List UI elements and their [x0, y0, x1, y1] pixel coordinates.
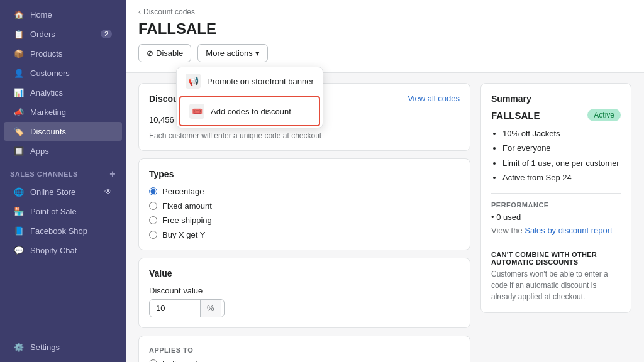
add-sales-channel-button[interactable]: + — [109, 168, 116, 180]
chevron-down-icon: ▾ — [255, 48, 260, 58]
sidebar-item-apps[interactable]: 🔲 Apps — [4, 141, 122, 160]
sales-channels-label: SALES CHANNELS — [10, 170, 78, 178]
types-radio-group: Percentage Fixed amount Free shipping Bu… — [149, 187, 460, 239]
eye-icon: 👁 — [104, 187, 112, 196]
settings-icon: ⚙️ — [14, 342, 24, 352]
used-count: • 0 used — [491, 212, 621, 222]
types-card: Types Percentage Fixed amount Free shipp… — [138, 158, 470, 250]
dropdown-item-add-codes[interactable]: 🎟️ Add codes to discount — [179, 96, 320, 126]
sidebar-item-online-store[interactable]: 🌐 Online Store 👁 — [4, 182, 122, 201]
type-radio-buy-x-get-y[interactable] — [149, 231, 157, 239]
breadcrumb-arrow: ‹ — [138, 8, 141, 16]
discount-value-input[interactable] — [150, 300, 200, 317]
type-option-free-shipping[interactable]: Free shipping — [149, 216, 460, 225]
sidebar-item-facebook-shop[interactable]: 📘 Facebook Shop — [4, 221, 122, 240]
types-title: Types — [149, 169, 460, 179]
sidebar-item-orders[interactable]: 📋 Orders 2 — [4, 25, 122, 43]
point-of-sale-icon: 🏪 — [14, 206, 24, 216]
badge-orders: 2 — [101, 30, 112, 38]
sidebar-item-marketing[interactable]: 📣 Marketing — [4, 102, 122, 121]
summary-name: FALLSALE Active — [491, 109, 621, 121]
add-codes-icon: 🎟️ — [189, 104, 204, 119]
discount-value-label: Discount value — [149, 286, 460, 295]
sales-report-link[interactable]: Sales by discount report — [525, 226, 612, 235]
warning-text: Customers won't be able to enter a code … — [491, 268, 621, 302]
promote-icon: 📢 — [186, 74, 201, 89]
sidebar-item-shopify-chat[interactable]: 💬 Shopify Chat — [4, 241, 122, 260]
type-label-free-shipping: Free shipping — [162, 216, 212, 225]
disable-button[interactable]: ⊘ Disable — [138, 44, 191, 62]
summary-bullet: For everyone — [502, 141, 621, 155]
more-actions-button[interactable]: More actions ▾ — [197, 44, 267, 62]
type-radio-fixed-amount[interactable] — [149, 202, 157, 210]
sidebar-item-label: Online Store — [30, 187, 75, 197]
summary-card: Summary FALLSALE Active 10% off JacketsF… — [480, 83, 631, 313]
type-option-fixed-amount[interactable]: Fixed amount — [149, 201, 460, 211]
sidebar-item-label: Home — [30, 10, 52, 19]
analytics-icon: 📊 — [14, 87, 24, 97]
warning-title: CAN'T COMBINE WITH OTHER AUTOMATIC DISCO… — [491, 251, 621, 266]
sidebar-item-label: Facebook Shop — [30, 226, 87, 236]
sidebar-item-label: Analytics — [30, 88, 63, 97]
page-title: FALLSALE — [138, 20, 631, 38]
more-actions-dropdown: 📢 Promote on storefront banner 🎟️ Add co… — [176, 67, 323, 128]
breadcrumb-label: Discount codes — [143, 8, 195, 16]
sidebar: 🏠 Home 📋 Orders 2 📦 Products 👤 Customers… — [0, 0, 126, 362]
sidebar-item-settings[interactable]: ⚙️ Settings — [4, 337, 122, 356]
summary-bullet: Active from Sep 24 — [502, 170, 621, 185]
type-label-fixed-amount: Fixed amount — [162, 201, 212, 211]
applies-to-card: APPLIES TO Entire order Specific collect… — [138, 336, 470, 362]
main-content: ‹ Discount codes FALLSALE ⊘ Disable More… — [126, 0, 644, 362]
online-store-icon: 🌐 — [14, 187, 24, 197]
home-icon: 🏠 — [14, 9, 24, 19]
type-option-percentage[interactable]: Percentage — [149, 187, 460, 196]
summary-bullet: Limit of 1 use, one per customer — [502, 156, 621, 170]
view-all-codes-link[interactable]: View all codes — [408, 94, 460, 103]
sidebar-bottom: ⚙️ Settings — [0, 332, 126, 362]
dropdown-item-label: Add codes to discount — [211, 107, 291, 116]
sidebar-item-home[interactable]: 🏠 Home — [4, 5, 122, 24]
applies-to-radio-group: Entire order Specific collections Specif… — [149, 359, 460, 362]
page-actions: ⊘ Disable More actions ▾ 📢 Promote on st… — [138, 44, 631, 62]
sidebar-item-customers[interactable]: 👤 Customers — [4, 63, 122, 82]
sidebar-item-products[interactable]: 📦 Products — [4, 44, 122, 63]
sidebar-item-label: Apps — [30, 146, 49, 156]
breadcrumb[interactable]: ‹ Discount codes — [138, 8, 631, 16]
apps-icon: 🔲 — [14, 146, 24, 156]
summary-bullet: 10% off Jackets — [502, 126, 621, 141]
status-badge: Active — [587, 109, 621, 121]
dropdown-item-label: Promote on storefront banner — [207, 77, 314, 86]
facebook-shop-icon: 📘 — [14, 226, 24, 236]
shopify-chat-icon: 💬 — [14, 245, 24, 255]
type-radio-free-shipping[interactable] — [149, 216, 157, 224]
value-title: Value — [149, 268, 460, 278]
sidebar-item-point-of-sale[interactable]: 🏪 Point of Sale — [4, 202, 122, 221]
type-radio-percentage[interactable] — [149, 187, 157, 195]
type-label-buy-x-get-y: Buy X get Y — [162, 230, 205, 239]
dropdown-item-promote[interactable]: 📢 Promote on storefront banner — [177, 67, 323, 95]
type-option-buy-x-get-y[interactable]: Buy X get Y — [149, 230, 460, 239]
applies-option-entire-order[interactable]: Entire order — [149, 359, 460, 362]
performance-label: PERFORMANCE — [491, 201, 621, 209]
sidebar-item-analytics[interactable]: 📊 Analytics — [4, 83, 122, 102]
applies-radio-entire-order[interactable] — [149, 359, 157, 362]
discounts-icon: 🏷️ — [14, 126, 24, 136]
discount-value-suffix: % — [200, 300, 221, 317]
sidebar-item-label: Point of Sale — [30, 207, 77, 216]
sidebar-item-label: Discounts — [30, 127, 66, 136]
sidebar-item-label: Customers — [30, 69, 70, 78]
type-label-percentage: Percentage — [162, 187, 204, 196]
sidebar-item-label: Marketing — [30, 107, 66, 117]
products-icon: 📦 — [14, 48, 24, 58]
sales-channels-header: SALES CHANNELS + — [0, 161, 126, 182]
page-header: ‹ Discount codes FALLSALE ⊘ Disable More… — [126, 0, 644, 73]
sidebar-item-discounts[interactable]: 🏷️ Discounts — [4, 122, 122, 141]
marketing-icon: 📣 — [14, 107, 24, 117]
summary-bullets: 10% off JacketsFor everyoneLimit of 1 us… — [491, 126, 621, 185]
value-card: Value Discount value % — [138, 258, 470, 328]
orders-icon: 📋 — [14, 29, 24, 39]
customers-icon: 👤 — [14, 68, 24, 78]
applies-label-entire-order: Entire order — [162, 359, 205, 362]
sidebar-item-label: Shopify Chat — [30, 246, 77, 255]
sidebar-item-label: Orders — [30, 30, 55, 39]
